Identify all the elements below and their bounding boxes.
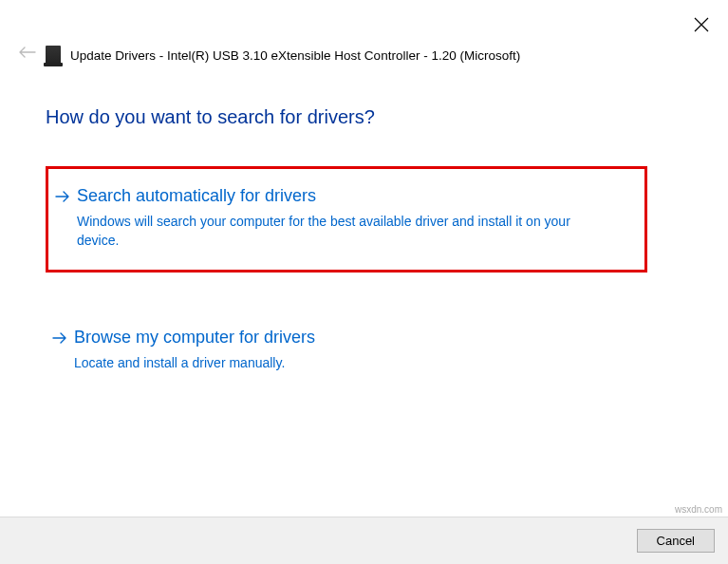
option-title: Browse my computer for drivers xyxy=(74,328,626,348)
page-prompt: How do you want to search for drivers? xyxy=(46,106,375,128)
arrow-right-icon xyxy=(55,190,70,206)
arrow-right-icon xyxy=(52,331,67,348)
options-list: Search automatically for drivers Windows… xyxy=(46,166,647,429)
option-description: Windows will search your computer for th… xyxy=(77,212,608,251)
close-icon[interactable] xyxy=(694,17,711,34)
back-arrow-icon[interactable] xyxy=(19,46,36,61)
option-description: Locate and install a driver manually. xyxy=(74,353,606,372)
option-search-auto[interactable]: Search automatically for drivers Windows… xyxy=(46,166,647,273)
cancel-button[interactable]: Cancel xyxy=(637,529,715,553)
option-browse-manual[interactable]: Browse my computer for drivers Locate an… xyxy=(46,310,647,391)
window-title: Update Drivers - Intel(R) USB 3.10 eXten… xyxy=(70,48,520,63)
window-header: Update Drivers - Intel(R) USB 3.10 eXten… xyxy=(46,46,520,65)
option-title: Search automatically for drivers xyxy=(77,186,624,206)
watermark: wsxdn.com xyxy=(675,504,722,515)
footer-bar: Cancel xyxy=(0,517,728,564)
device-icon xyxy=(46,46,61,65)
